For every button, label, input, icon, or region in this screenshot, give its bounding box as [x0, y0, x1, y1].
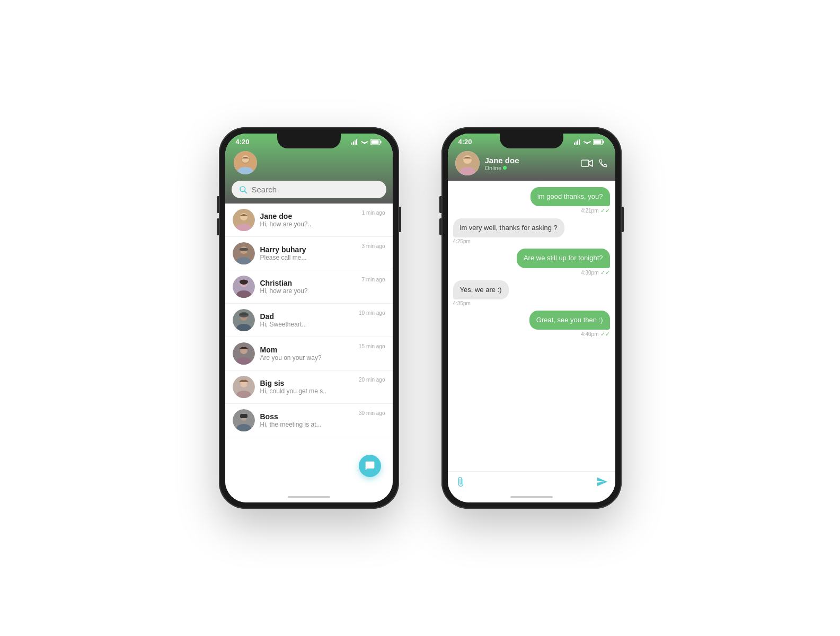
home-bar-phone1	[225, 492, 393, 502]
contact-info: Jane doe Online	[485, 156, 576, 171]
avatar-dad	[233, 309, 255, 331]
meta-4: 4:35pm	[453, 301, 471, 306]
chat-item-harry[interactable]: Harry buhary Please call me... 3 min ago	[225, 237, 393, 270]
wifi-icon-phone2	[583, 139, 591, 145]
compose-icon	[365, 461, 375, 471]
home-bar-phone2	[448, 492, 615, 502]
meta-3: 4:30pm ✓✓	[581, 269, 609, 276]
send-icon[interactable]	[596, 476, 608, 488]
bubble-3: Are we still up for tonight?	[517, 249, 610, 268]
phone2-volume-up	[439, 196, 441, 213]
chat-item-boss[interactable]: Boss Hi, the meeting is at... 30 min ago	[225, 404, 393, 437]
battery-icon	[370, 139, 382, 145]
phone1: 4:20	[219, 127, 399, 509]
chat-preview-mom: Are you on your way?	[260, 354, 354, 361]
chat-item-mom[interactable]: Mom Are you on your way? 15 min ago	[225, 337, 393, 370]
chat-item-bigsis[interactable]: Big sis Hi, could you get me s.. 20 min …	[225, 370, 393, 404]
svg-rect-0	[351, 143, 352, 145]
contact-status: Online	[485, 165, 576, 171]
avatar-mom	[233, 342, 255, 365]
chat-preview-jane: Hi, how are you?..	[260, 220, 357, 228]
chat-list: Jane doe Hi, how are you?.. 1 min ago Ha…	[225, 204, 393, 492]
chat-preview-dad: Hi, Sweetheart...	[260, 321, 354, 328]
message-row-3: Are we still up for tonight? 4:30pm ✓✓	[453, 249, 610, 276]
status-icons-phone1	[351, 139, 382, 145]
chat-time-jane: 1 min ago	[362, 210, 385, 216]
phone1-notch	[277, 134, 341, 148]
video-call-icon[interactable]	[581, 159, 593, 167]
status-time-phone2: 4:20	[458, 138, 472, 146]
chat-preview-bigsis: Hi, could you get me s..	[260, 387, 354, 395]
chat-name-boss: Boss	[260, 412, 354, 421]
avatar-harry	[233, 242, 255, 264]
chat-item-jane[interactable]: Jane doe Hi, how are you?.. 1 min ago	[225, 204, 393, 237]
status-time-phone1: 4:20	[236, 138, 250, 146]
svg-rect-32	[579, 139, 580, 145]
chat-info-mom: Mom Are you on your way?	[260, 346, 354, 361]
message-row-5: Great, see you then :) 4:40pm ✓✓	[453, 311, 610, 338]
chat-preview-boss: Hi, the meeting is at...	[260, 421, 354, 428]
message-row-1: im good thanks, you? 4:21pm ✓✓	[453, 187, 610, 214]
volume-down-button	[217, 218, 219, 235]
time-4: 4:35pm	[453, 301, 471, 306]
bubble-1: im good thanks, you?	[530, 187, 610, 206]
call-actions	[581, 158, 608, 168]
chat-name-harry: Harry buhary	[260, 245, 357, 254]
time-5: 4:40pm	[581, 331, 598, 337]
my-profile-row	[225, 148, 393, 181]
battery-icon-phone2	[593, 139, 605, 145]
svg-rect-31	[577, 140, 578, 145]
conversation-header: Jane doe Online	[448, 148, 615, 181]
bubble-5: Great, see you then :)	[529, 311, 610, 330]
chat-time-harry: 3 min ago	[362, 243, 385, 249]
online-indicator	[503, 166, 507, 170]
read-check-1: ✓✓	[600, 207, 610, 214]
message-row-2: im very well, thanks for asking ? 4:25pm	[453, 218, 610, 244]
read-check-3: ✓✓	[600, 269, 610, 276]
svg-rect-16	[240, 248, 248, 251]
phone-call-icon[interactable]	[598, 158, 608, 168]
search-bar[interactable]	[232, 181, 386, 198]
svg-rect-6	[371, 140, 378, 144]
meta-1: 4:21pm ✓✓	[581, 207, 609, 214]
search-input[interactable]	[252, 185, 379, 194]
chat-time-christian: 7 min ago	[362, 277, 385, 282]
home-indicator-phone1	[288, 496, 330, 498]
svg-line-11	[244, 191, 246, 193]
chat-item-dad[interactable]: Dad Hi, Sweetheart... 10 min ago	[225, 304, 393, 337]
my-avatar	[234, 151, 257, 174]
chat-time-mom: 15 min ago	[359, 343, 385, 349]
chat-info-dad: Dad Hi, Sweetheart...	[260, 312, 354, 328]
chat-name-dad: Dad	[260, 312, 354, 321]
chat-name-jane: Jane doe	[260, 212, 357, 220]
avatar-christian	[233, 276, 255, 298]
messages-area: im good thanks, you? 4:21pm ✓✓ im very w…	[448, 181, 615, 471]
chat-name-bigsis: Big sis	[260, 379, 354, 387]
chat-preview-harry: Please call me...	[260, 254, 357, 261]
phone2-screen: 4:20	[448, 134, 615, 502]
time-3: 4:30pm	[581, 270, 598, 276]
home-indicator-phone2	[510, 496, 553, 498]
svg-rect-1	[353, 142, 354, 145]
message-row-4: Yes, we are :) 4:35pm	[453, 280, 610, 306]
message-input-bar	[448, 471, 615, 492]
chat-time-boss: 30 min ago	[359, 410, 385, 416]
signal-icon	[351, 139, 359, 145]
svg-rect-29	[574, 143, 575, 145]
avatar-jane	[233, 209, 255, 231]
compose-fab[interactable]	[359, 455, 381, 477]
chat-info-christian: Christian Hi, how are you?	[260, 279, 357, 295]
chat-time-bigsis: 20 min ago	[359, 377, 385, 383]
chat-preview-christian: Hi, how are you?	[260, 287, 357, 295]
meta-5: 4:40pm ✓✓	[581, 331, 609, 338]
svg-point-9	[242, 155, 249, 163]
chat-info-bigsis: Big sis Hi, could you get me s..	[260, 379, 354, 395]
attachment-icon[interactable]	[455, 476, 466, 487]
status-icons-phone2	[574, 139, 605, 145]
svg-rect-3	[356, 139, 357, 145]
chat-item-christian[interactable]: Christian Hi, how are you? 7 min ago	[225, 270, 393, 304]
time-1: 4:21pm	[581, 208, 598, 214]
read-check-5: ✓✓	[600, 331, 610, 338]
svg-rect-30	[576, 142, 577, 145]
contact-avatar	[455, 151, 480, 175]
